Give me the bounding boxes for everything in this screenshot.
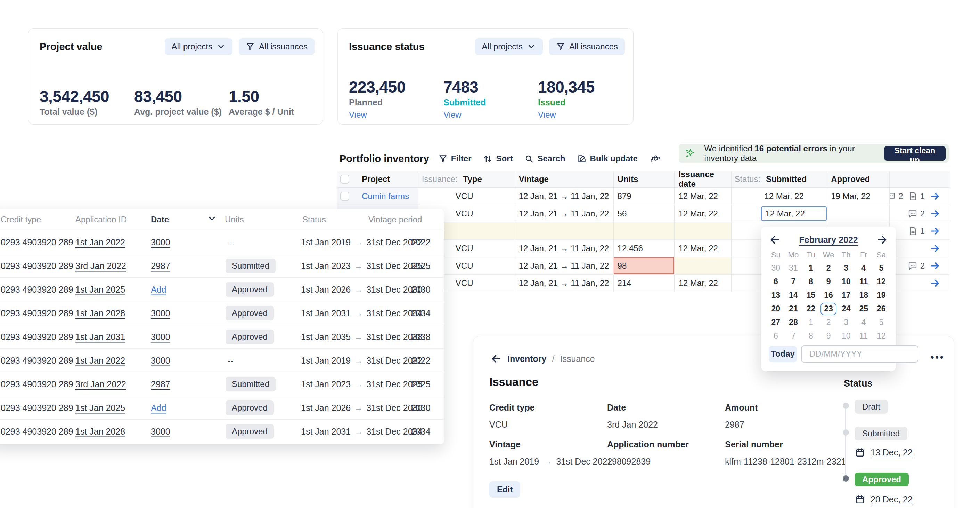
calendar-day[interactable]: 8 (802, 275, 820, 288)
project-link[interactable]: Cumin farms (362, 192, 409, 201)
row-checkbox[interactable] (340, 192, 349, 201)
calendar-day[interactable]: 22 (802, 302, 820, 316)
edit-button[interactable]: Edit (489, 481, 520, 498)
selected-day[interactable]: 23 (820, 302, 837, 316)
open-row-button[interactable] (930, 260, 941, 272)
calendar-day[interactable]: 3 (837, 316, 855, 329)
open-row-button[interactable] (930, 225, 941, 236)
view-link[interactable]: View (349, 110, 367, 120)
calendar-day[interactable]: 12 (873, 275, 890, 288)
calendar-day[interactable]: 28 (785, 316, 802, 329)
units-link[interactable]: 3000 (151, 332, 170, 342)
calendar-month-label[interactable]: February 2022 (799, 235, 858, 245)
calendar-day[interactable]: 15 (802, 288, 820, 302)
application-date-link[interactable]: 3rd Jan 2022 (75, 260, 126, 271)
calendar-day[interactable]: 5 (873, 316, 890, 329)
calendar-day[interactable]: 18 (855, 288, 873, 302)
breadcrumb-inventory[interactable]: Inventory (508, 354, 547, 364)
all-projects-dropdown[interactable]: All projects (165, 38, 232, 55)
toolbar-bulk-update[interactable]: Bulk update (577, 154, 638, 163)
calendar-day[interactable]: 26 (873, 302, 890, 316)
toolbar-search[interactable]: Search (524, 154, 565, 163)
view-link[interactable]: View (538, 110, 556, 120)
settings-gear-button[interactable] (650, 153, 661, 164)
calendar-day[interactable]: 20 (767, 302, 785, 316)
calendar-day[interactable]: 2 (820, 316, 837, 329)
calendar-day[interactable]: 14 (785, 288, 802, 302)
calendar-prev-month-button[interactable] (769, 234, 781, 245)
comments-indicator[interactable]: 2 (907, 208, 925, 219)
open-row-button[interactable] (930, 278, 941, 289)
calendar-day[interactable]: 8 (802, 329, 820, 343)
application-date-link[interactable]: 1st Jan 2028 (75, 426, 125, 436)
units-link[interactable]: 3000 (151, 308, 170, 318)
calendar-day[interactable]: 4 (855, 316, 873, 329)
calendar-day[interactable]: 9 (820, 329, 837, 343)
comments-indicator[interactable]: 2 (889, 191, 903, 201)
start-clean-up-button[interactable]: Start clean up (884, 146, 946, 161)
calendar-day[interactable]: 25 (855, 302, 873, 316)
all-issuances-filter-button[interactable]: All issuances (549, 38, 625, 55)
application-date-link[interactable]: 1st Jan 2025 (75, 403, 125, 413)
documents-indicator[interactable]: 1 (908, 226, 925, 236)
documents-indicator[interactable]: 1 (908, 192, 925, 201)
select-all-checkbox[interactable] (340, 175, 349, 184)
open-row-button[interactable] (930, 191, 941, 202)
date-input[interactable] (801, 345, 918, 363)
calendar-day[interactable]: 12 (873, 329, 890, 343)
calendar-day[interactable]: 21 (785, 302, 802, 316)
calendar-day[interactable]: 19 (873, 288, 890, 302)
back-arrow-icon[interactable] (491, 353, 502, 364)
application-date-link[interactable]: 1st Jan 2022 (75, 237, 125, 247)
calendar-day[interactable]: 6 (767, 275, 785, 288)
calendar-day[interactable]: 27 (767, 316, 785, 329)
all-issuances-filter-button[interactable]: All issuances (239, 38, 315, 55)
calendar-day[interactable]: 16 (820, 288, 837, 302)
add-units-link[interactable]: Add (151, 284, 166, 294)
calendar-day[interactable]: 10 (837, 275, 855, 288)
editing-date-cell[interactable]: 12 Mar, 22 (761, 206, 827, 221)
calendar-day[interactable]: 4 (855, 261, 873, 275)
open-row-button[interactable] (930, 208, 941, 219)
toolbar-sort[interactable]: Sort (483, 154, 512, 163)
view-link[interactable]: View (444, 110, 461, 120)
calendar-day[interactable]: 1 (802, 316, 820, 329)
comments-indicator[interactable]: 2 (907, 260, 925, 271)
calendar-day[interactable]: 10 (837, 329, 855, 343)
calendar-day[interactable]: 11 (855, 275, 873, 288)
open-row-button[interactable] (930, 243, 941, 254)
calendar-day[interactable]: 31 (785, 261, 802, 275)
units-link[interactable]: 3000 (151, 355, 170, 365)
application-date-link[interactable]: 1st Jan 2025 (75, 284, 125, 294)
all-projects-dropdown[interactable]: All projects (475, 38, 543, 55)
today-button[interactable]: Today (769, 346, 797, 362)
application-date-link[interactable]: 1st Jan 2031 (75, 332, 125, 342)
calendar-day[interactable]: 6 (767, 329, 785, 343)
more-options-icon[interactable]: ••• (929, 352, 947, 363)
sort-chevron-down-icon[interactable] (207, 213, 217, 226)
calendar-day[interactable]: 24 (837, 302, 855, 316)
calendar-day[interactable]: 11 (855, 329, 873, 343)
calendar-day[interactable]: 3 (837, 261, 855, 275)
toolbar-filter[interactable]: Filter (438, 154, 472, 163)
add-units-link[interactable]: Add (151, 403, 166, 413)
units-link[interactable]: 2987 (151, 260, 170, 271)
calendar-day[interactable]: 5 (873, 261, 890, 275)
application-date-link[interactable]: 1st Jan 2022 (75, 355, 125, 365)
calendar-day[interactable]: 7 (785, 329, 802, 343)
calendar-day[interactable]: 7 (785, 275, 802, 288)
calendar-day[interactable]: 2 (820, 261, 837, 275)
calendar-day[interactable]: 30 (767, 261, 785, 275)
status-date-link[interactable]: 13 Dec, 22 (870, 447, 913, 458)
application-date-link[interactable]: 1st Jan 2028 (75, 308, 125, 318)
calendar-day[interactable]: 1 (802, 261, 820, 275)
units-link[interactable]: 2987 (151, 379, 170, 389)
calendar-day[interactable]: 13 (767, 288, 785, 302)
status-date-link[interactable]: 20 Dec, 22 (870, 494, 913, 505)
units-link[interactable]: 3000 (151, 237, 170, 247)
calendar-next-month-button[interactable] (877, 234, 888, 245)
calendar-day[interactable]: 17 (837, 288, 855, 302)
application-date-link[interactable]: 3rd Jan 2022 (75, 379, 126, 389)
units-link[interactable]: 3000 (151, 426, 170, 436)
calendar-day[interactable]: 9 (820, 275, 837, 288)
